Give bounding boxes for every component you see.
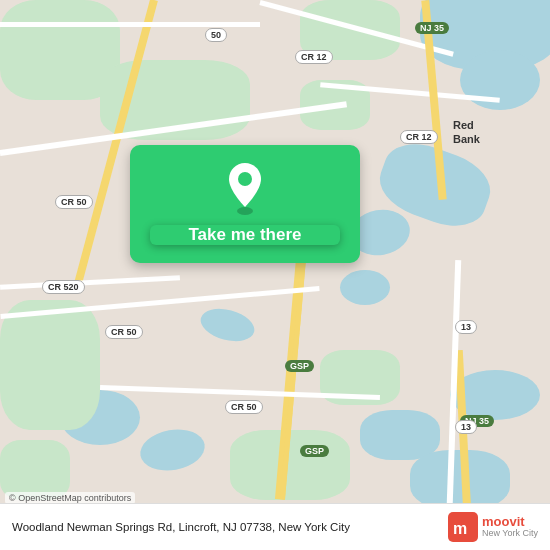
- green-area: [0, 300, 100, 430]
- road-label-50: 50: [205, 28, 227, 42]
- water-body: [340, 270, 390, 305]
- road-label-cr50-left: CR 50: [55, 195, 93, 209]
- moovit-brand: moovit: [482, 515, 538, 529]
- road: [0, 22, 260, 27]
- place-label-red-bank: RedBank: [453, 118, 480, 147]
- cta-overlay: Take me there: [130, 145, 360, 263]
- map-background: 50 CR 50 CR 50 CR 50 CR 520 CR 12 CR 12 …: [0, 0, 550, 550]
- moovit-logo: m moovit New York City: [448, 512, 538, 542]
- moovit-icon: m: [448, 512, 478, 542]
- road-label-nj35-top: NJ 35: [415, 22, 449, 34]
- map-container: 50 CR 50 CR 50 CR 50 CR 520 CR 12 CR 12 …: [0, 0, 550, 550]
- road-label-cr50-bot: CR 50: [225, 400, 263, 414]
- road-label-gsp-mid: GSP: [285, 360, 314, 372]
- svg-point-0: [237, 207, 253, 215]
- road-label-cr50-mid: CR 50: [105, 325, 143, 339]
- road-label-gsp-bot: GSP: [300, 445, 329, 457]
- location-pin-icon: [224, 163, 266, 215]
- location-text: Woodland Newman Springs Rd, Lincroft, NJ…: [12, 521, 448, 533]
- green-area: [0, 440, 70, 500]
- road-label-13-bot: 13: [455, 420, 477, 434]
- moovit-city: New York City: [482, 529, 538, 539]
- water-body: [137, 425, 208, 476]
- road-label-13-mid: 13: [455, 320, 477, 334]
- road-label-cr12-top: CR 12: [295, 50, 333, 64]
- water-body: [360, 410, 440, 460]
- svg-text:m: m: [453, 520, 467, 537]
- road-label-cr520: CR 520: [42, 280, 85, 294]
- water-body: [197, 303, 258, 346]
- road-label-cr12-right: CR 12: [400, 130, 438, 144]
- bottom-bar: Woodland Newman Springs Rd, Lincroft, NJ…: [0, 503, 550, 550]
- take-me-there-button[interactable]: Take me there: [150, 225, 340, 245]
- water-body: [460, 50, 540, 110]
- road: [0, 275, 180, 289]
- svg-point-1: [238, 172, 252, 186]
- location-name: Woodland Newman Springs Rd, Lincroft, NJ…: [12, 521, 350, 533]
